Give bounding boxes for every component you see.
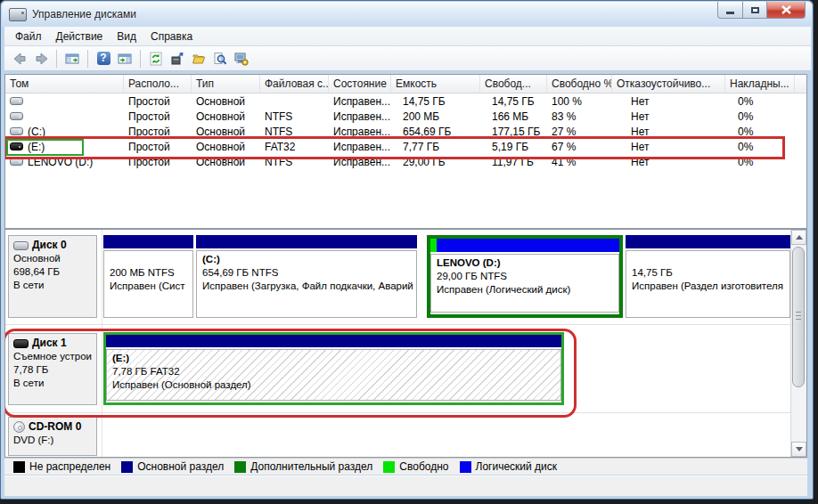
close-button[interactable]: [767, 2, 806, 19]
scrollbar-thumb[interactable]: [792, 247, 805, 387]
menu-action[interactable]: Действие: [49, 28, 110, 45]
column-header[interactable]: Накладны...: [725, 75, 795, 93]
partition-label: LENOVO (D:): [437, 256, 613, 270]
partition-system-reserved[interactable]: 200 МБ NTFS Исправен (Сист: [103, 235, 193, 318]
volume-cell: [5, 97, 124, 105]
column-header[interactable]: Свободно %: [547, 75, 612, 93]
search-button[interactable]: [210, 49, 230, 69]
scroll-down-button[interactable]: [791, 442, 806, 457]
disk0-status: В сети: [13, 279, 92, 292]
open-button[interactable]: [189, 49, 209, 69]
volume-cell: 200 МБ: [391, 110, 480, 123]
extended-partition-color-swatch: [234, 461, 246, 473]
column-header[interactable]: Свобод...: [480, 75, 547, 93]
primary-partition-bar: [103, 235, 193, 248]
volume-cell: 5,19 ГБ: [480, 141, 547, 153]
disk-icon: [13, 241, 29, 250]
disk0-partitions: 200 МБ NTFS Исправен (Сист (C:) 654,69 Г…: [103, 235, 791, 318]
volume-cell: 83 %: [547, 110, 612, 123]
menu-help[interactable]: Справка: [143, 28, 200, 45]
refresh-button[interactable]: [146, 49, 166, 69]
volume-cell: Исправен...: [329, 95, 391, 108]
primary-partition-bar: [626, 235, 790, 248]
back-button[interactable]: [10, 49, 29, 69]
partition-status: Исправен (Основной раздел): [112, 378, 555, 392]
disk1-title: Диск 1: [32, 337, 67, 350]
back-arrow-icon: [12, 52, 28, 66]
cdrom-title: CD-ROM 0: [29, 420, 81, 434]
disk1-info[interactable]: Диск 1 Съемное устрои 7,78 ГБ В сети: [8, 333, 97, 405]
volume-cell: NTFS: [260, 156, 329, 168]
column-header[interactable]: Файловая с...: [260, 75, 329, 93]
column-header[interactable]: Тип: [192, 75, 260, 93]
column-header[interactable]: Отказоустойчиво...: [612, 75, 725, 93]
disk1-type: Съемное устрои: [13, 350, 92, 363]
drive-gray-icon: [10, 158, 23, 166]
volume-row[interactable]: (C:)ПростойОсновнойNTFSИсправен...654,69…: [5, 124, 806, 139]
forward-button[interactable]: [31, 49, 51, 69]
column-header[interactable]: Емкость: [391, 75, 480, 93]
cdrom-info[interactable]: CD-ROM 0 DVD (F:): [8, 417, 97, 456]
rescan-disks-button[interactable]: [168, 49, 187, 69]
partition-c-drive[interactable]: (C:) 654,69 ГБ NTFS Исправен (Загрузка, …: [196, 235, 417, 318]
partition-oem[interactable]: 14,75 ГБ Исправен (Раздел изготовителя: [626, 235, 790, 318]
volume-cell: Нет: [612, 95, 725, 108]
free-space-bar: [430, 239, 437, 252]
disk0-type: Основной: [13, 252, 92, 265]
disk1-partitions: (E:) 7,78 ГБ FAT32 Исправен (Основной ра…: [103, 332, 791, 405]
volume-cell: 0%: [725, 141, 795, 153]
primary-partition-bar: [106, 335, 561, 347]
volume-cell: Основной: [192, 95, 260, 108]
volume-cell: (C:): [5, 126, 124, 138]
volume-row[interactable]: ПростойОсновнойИсправен...14,75 ГБ14,75 …: [5, 93, 806, 109]
column-header[interactable]: Том: [5, 75, 124, 93]
disk0-info[interactable]: Диск 0 Основной 698,64 ГБ В сети: [8, 235, 97, 318]
help-button[interactable]: ?: [94, 49, 113, 69]
refresh-icon: [149, 52, 163, 66]
cdrom-type: DVD (F:): [13, 434, 92, 447]
volume-cell: NTFS: [260, 126, 329, 138]
free-space-color-swatch: [383, 461, 395, 473]
partition-lenovo-d-drive[interactable]: LENOVO (D:) 29,00 ГБ NTFS Исправен (Логи…: [427, 235, 623, 318]
show-action-pane-button[interactable]: [115, 49, 135, 69]
manage-computer-button[interactable]: [232, 49, 251, 69]
scroll-up-button[interactable]: [791, 230, 806, 245]
legend-item: Не распределен: [13, 460, 110, 473]
window-controls: [717, 2, 806, 19]
logical-disk-color-swatch: [460, 461, 471, 473]
volume-cell: (E:): [5, 141, 124, 153]
volume-cell: 27 %: [547, 126, 612, 138]
volume-cell: Основной: [192, 141, 260, 153]
search-icon: [213, 52, 227, 66]
maximize-button[interactable]: [743, 2, 767, 19]
volume-cell: 166 МБ: [480, 110, 547, 123]
column-header[interactable]: Располо...: [124, 75, 192, 93]
volume-row[interactable]: (E:)ПростойОсновнойFAT32Исправен...7,77 …: [5, 139, 806, 154]
volume-cell: Простой: [124, 126, 192, 138]
volume-cell: Нет: [612, 110, 725, 123]
rescan-disks-icon: [170, 52, 184, 66]
action-pane-icon: [118, 52, 132, 66]
computer-gear-icon: [234, 52, 249, 66]
show-console-tree-button[interactable]: [62, 49, 82, 69]
volume-row[interactable]: LENOVO (D:)ПростойОсновнойNTFSИсправен..…: [5, 154, 806, 169]
partition-size: 654,69 ГБ NTFS: [202, 266, 411, 280]
vertical-scrollbar[interactable]: [790, 230, 806, 457]
volume-cell: 0%: [725, 156, 795, 168]
console-tree-icon: [65, 52, 79, 66]
volume-cell: NTFS: [260, 110, 329, 123]
graphical-view-pane: Диск 0 Основной 698,64 ГБ В сети 200 МБ …: [4, 229, 807, 458]
menu-view[interactable]: Вид: [110, 28, 143, 45]
partition-status: Исправен (Загрузка, Файл подкачки, Авари…: [202, 280, 411, 293]
chevron-up-icon: [796, 235, 803, 240]
menu-file[interactable]: Файл: [8, 28, 49, 45]
forward-arrow-icon: [34, 52, 49, 66]
partition-e-drive[interactable]: (E:) 7,78 ГБ FAT32 Исправен (Основной ра…: [103, 332, 564, 405]
volume-list-pane: ТомРасполо...ТипФайловая с...СостояниеЕм…: [4, 74, 807, 229]
unallocated-color-swatch: [13, 461, 25, 473]
column-header[interactable]: Состояние: [329, 75, 391, 93]
volume-row[interactable]: ПростойОсновнойNTFSИсправен...200 МБ166 …: [5, 109, 806, 124]
minimize-button[interactable]: [717, 2, 743, 19]
volume-cell: Основной: [192, 110, 260, 123]
legend-item: Свободно: [383, 460, 448, 473]
